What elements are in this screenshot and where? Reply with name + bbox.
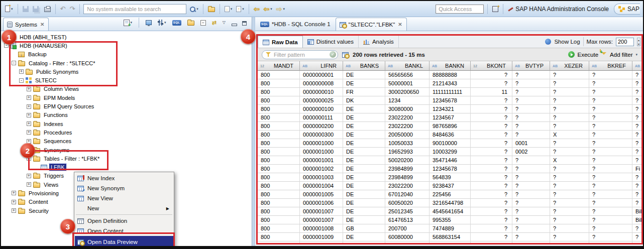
chevron-down-icon[interactable]: ▾ [196, 7, 198, 11]
find-system-button[interactable] [186, 19, 195, 27]
expand-expander-icon[interactable]: + [12, 208, 16, 213]
column-header-bankl[interactable]: ABBANKL [385, 61, 430, 71]
table-row[interactable]: 8000000000001DE5656565688888888????? [258, 71, 641, 79]
table-row[interactable]: 8000000001010DE66015020134589797????? [258, 241, 641, 243]
menu-item-new-view[interactable]: New View [75, 193, 173, 203]
column-header-bankn[interactable]: ABBANKN [430, 61, 471, 71]
open-perspective-button[interactable] [491, 5, 499, 13]
add-system-button[interactable]: ▾ [123, 19, 134, 27]
tab-analysis[interactable]: Analysis [359, 36, 399, 48]
open-file-button[interactable] [207, 5, 216, 13]
column-header-banks[interactable]: ABBANKS [343, 61, 385, 71]
filter-pattern-input[interactable]: Filter pattern [262, 50, 338, 59]
table-row[interactable]: 8000000000100DE300800001234321????? [258, 105, 641, 113]
column-header-clipped[interactable]: AB [632, 61, 641, 71]
tree-item-catalog-filter-sltecc[interactable]: -Catalog - Filter : *SLTECC* [1, 59, 252, 67]
tree-item-sltecc[interactable]: -SLTECC [1, 76, 252, 84]
link-with-editor-button[interactable] [211, 19, 218, 27]
tab-systems[interactable]: Systems ✕ [3, 18, 49, 31]
forward-button[interactable]: ▾ [275, 5, 286, 13]
menu-item-open-definition[interactable]: Open Definition [75, 216, 173, 226]
table-row[interactable]: 8000000001002DE2398489912345678????Fi [258, 165, 641, 173]
collapse-all-button[interactable] [199, 19, 207, 27]
tree-item-functions[interactable]: +Functions [1, 111, 252, 119]
chevron-down-icon[interactable]: ▾ [231, 7, 233, 11]
close-icon[interactable]: ✕ [40, 22, 45, 27]
expand-expander-icon[interactable]: + [27, 148, 31, 152]
table-row[interactable]: 8000000001008GB2007007474889????? [258, 224, 641, 233]
column-header-xezer[interactable]: ABXEZER [550, 61, 589, 71]
table-row[interactable]: 8000000001000DE1965299310003299?0002??? [258, 148, 641, 156]
tree-item-public-synonyms[interactable]: +Public Synonyms [1, 67, 252, 76]
tree-item-tables-filter-lfbk[interactable]: -Tables - Filter : *LFBK* [1, 154, 252, 163]
tree-item-backup[interactable]: Backup [1, 50, 252, 59]
expand-expander-icon[interactable]: + [12, 191, 16, 195]
expand-expander-icon[interactable]: + [12, 200, 16, 204]
tree-item-hdb-hanauser[interactable]: -HDB (HANAUSER) [1, 41, 252, 50]
tree-item-epm-models[interactable]: +EPM Models [1, 93, 252, 102]
chevron-down-icon[interactable]: ▾ [635, 53, 637, 57]
redo-button[interactable] [68, 5, 76, 13]
expand-expander-icon[interactable]: + [4, 35, 9, 39]
last-edit-location-button[interactable] [253, 5, 261, 13]
configure-button[interactable]: ▾ [157, 19, 167, 27]
column-header-bkref[interactable]: ABBKREF [589, 61, 632, 71]
table-row[interactable]: 8000000001005DE67012040225456????? [258, 190, 641, 199]
save-all-button[interactable] [32, 5, 41, 13]
close-icon[interactable]: ✕ [397, 22, 402, 27]
max-rows-input[interactable] [616, 38, 634, 46]
table-row[interactable]: 8000000001000DE1005003390010000?0001??? [258, 139, 641, 148]
column-header-lifnr[interactable]: ABLIFNR [300, 61, 343, 71]
apply-filter-check-icon[interactable] [330, 51, 336, 58]
execute-button[interactable]: Execute [578, 52, 599, 58]
previous-annotation-button[interactable]: ▾ [235, 5, 245, 13]
table-row[interactable]: 8000000000025DK123412345678????? [258, 96, 641, 105]
menu-item-open-data-preview[interactable]: Open Data Preview [75, 236, 173, 247]
expand-expander-icon[interactable]: + [27, 130, 31, 135]
tree-item-indexes[interactable]: +Indexes [1, 119, 252, 128]
tree-item-synonyms[interactable]: +Synonyms [1, 146, 252, 154]
collapse-expander-icon[interactable]: - [4, 43, 9, 48]
perspective-admin-console-button[interactable]: SAP HANA Administration Console [507, 5, 610, 14]
collapse-expander-icon[interactable]: - [27, 156, 31, 161]
print-button[interactable] [43, 5, 52, 13]
table-row[interactable]: 8000000000008DE5000000121214343????? [258, 79, 641, 88]
table-row[interactable]: 8000000001004DE230222009238437????? [258, 182, 641, 190]
menu-item-open-content[interactable]: Open Content [75, 226, 173, 236]
perspective-sap-hana-button[interactable]: SAP H [614, 4, 640, 15]
menu-item-new[interactable]: New▶ [75, 203, 173, 213]
tree-item-hdb-abhi-test[interactable]: +HDB (ABHI_TEST) [1, 33, 252, 41]
table-row[interactable]: 8000000000111DE230222001234567????? [258, 113, 641, 122]
tab-distinct-values[interactable]: Distinct values [303, 36, 359, 48]
tab-raw-data[interactable]: Raw Data [258, 36, 303, 48]
view-menu-button[interactable] [222, 19, 227, 27]
system-search-input[interactable] [83, 4, 186, 14]
save-button[interactable] [22, 5, 30, 13]
quick-access-input[interactable] [436, 5, 484, 14]
undo-button[interactable] [59, 5, 67, 13]
table-row[interactable]: 8000000001001DE5002020035471446??X?? [258, 156, 641, 165]
chevron-down-icon[interactable]: ▾ [164, 21, 166, 25]
administration-button[interactable] [145, 19, 153, 26]
chevron-down-icon[interactable]: ▾ [270, 7, 272, 11]
table-row[interactable]: 8000000001007DE61476513995355????Bil [258, 216, 641, 224]
menu-item-new-index[interactable]: New Index [75, 173, 173, 183]
tab-sql-console[interactable]: SQL *HDB - SQL Console 1 [255, 18, 336, 31]
open-sql-console-button[interactable]: SQL [171, 19, 182, 27]
column-header-bkont[interactable]: 12BKONT [471, 61, 512, 71]
tree-item-epm-query-sources[interactable]: +EPM Query Sources [1, 102, 252, 110]
tree-item-sequences[interactable]: +Sequences [1, 137, 252, 146]
table-row[interactable]: 8000000001006DE600500203216544798????? [258, 199, 641, 207]
table-row[interactable]: 8000000001003DE23984899564839????? [258, 173, 641, 182]
tree-item-procedures[interactable]: +Procedures [1, 128, 252, 137]
show-log-button[interactable]: Show Log [554, 39, 580, 45]
column-header-bvtyp[interactable]: ABBVTYP [512, 61, 550, 71]
chevron-down-icon[interactable]: ▾ [283, 7, 285, 11]
table-row[interactable]: 8000000001009DE60080000568863154????? [258, 233, 641, 241]
menu-item-new-synonym[interactable]: New Synonym [75, 183, 173, 193]
tree-item-lfbk[interactable]: LFBK [1, 163, 252, 171]
tab-data-preview[interactable]: "SLTECC"."LFBK" ✕ [336, 18, 407, 31]
tree-item-column-views[interactable]: +Column Views [1, 85, 252, 93]
expand-expander-icon[interactable]: + [27, 182, 31, 187]
maximize-button[interactable] [241, 19, 248, 27]
